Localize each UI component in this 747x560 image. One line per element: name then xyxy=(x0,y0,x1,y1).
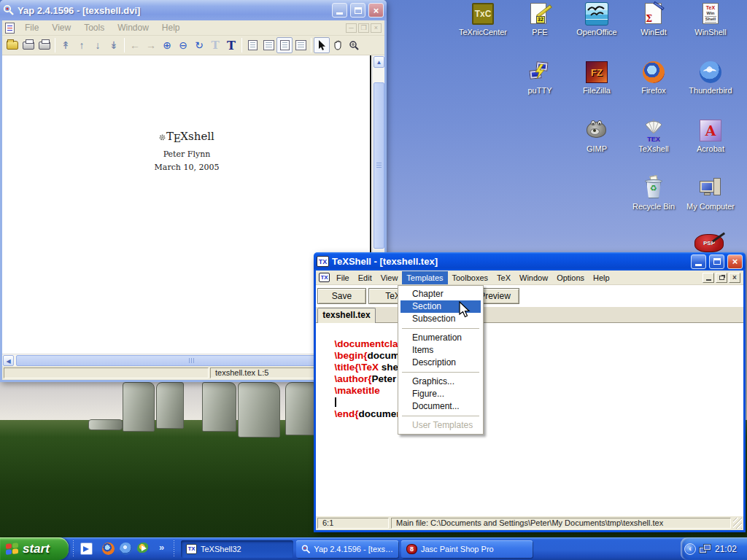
texshell-minimize-button[interactable] xyxy=(691,254,706,269)
print-icon[interactable] xyxy=(20,37,36,53)
mdi-minimize-button[interactable] xyxy=(703,273,714,283)
taskbar-separator xyxy=(174,540,174,557)
previous-page-icon[interactable]: ↑ xyxy=(74,37,90,53)
zoom-out-icon[interactable]: ⊖ xyxy=(175,37,191,53)
quicklaunch-overflow-chevron[interactable]: » xyxy=(159,542,164,553)
yap-minimize-button[interactable] xyxy=(332,3,347,18)
scroll-up-icon[interactable]: ▲ xyxy=(374,56,384,68)
refresh-icon[interactable]: ↻ xyxy=(191,37,207,53)
desktop-icon-filezilla[interactable]: FZ FileZilla xyxy=(569,60,624,95)
dvi-date-text: March 10, 2005 xyxy=(2,163,371,172)
menu-tex[interactable]: TeX xyxy=(492,271,515,284)
taskbar-task-yap[interactable]: Yap 2.4.1596 - [texs… xyxy=(296,540,398,558)
menu-item-chapter[interactable]: Chapter xyxy=(400,288,481,300)
hand-tool-icon[interactable] xyxy=(330,37,346,53)
paint-shop-pro-icon[interactable]: PSP xyxy=(694,234,724,252)
back-icon[interactable]: ← xyxy=(127,37,143,53)
yap-menu-file[interactable]: File xyxy=(19,21,44,34)
taskbar: start » TX TeXShell32 Yap 2.4.1596 - [te… xyxy=(0,537,747,560)
texshell-titlebar[interactable]: TX TeXShell - [texshell.tex] × xyxy=(314,252,746,271)
menu-options[interactable]: Options xyxy=(552,271,589,284)
menu-window[interactable]: Window xyxy=(515,271,552,284)
menu-file[interactable]: File xyxy=(332,271,354,284)
double-page-view-icon[interactable] xyxy=(260,37,276,53)
print-setup-icon[interactable] xyxy=(36,37,53,53)
firefox-quicklaunch-icon[interactable] xyxy=(102,542,115,555)
wallpaper-stone xyxy=(238,382,280,438)
continuous-view-icon[interactable] xyxy=(276,37,293,53)
texshell-close-button[interactable]: × xyxy=(727,254,743,269)
continuous-facing-view-icon[interactable] xyxy=(293,37,309,53)
mdi-restore-button[interactable] xyxy=(716,273,727,283)
single-page-view-icon[interactable] xyxy=(244,37,260,53)
desktop-icon-firefox[interactable]: Firefox xyxy=(626,60,681,95)
menu-item-document[interactable]: Document... xyxy=(400,400,481,413)
network-status-icon[interactable] xyxy=(699,543,712,555)
desktop-icon-openoffice[interactable]: OpenOffice xyxy=(569,1,624,36)
mdi-close-button[interactable]: × xyxy=(371,23,382,33)
thunderbird-quicklaunch-icon[interactable] xyxy=(120,542,132,555)
collapse-arrow-icon[interactable]: ‹ xyxy=(684,543,696,555)
yap-maximize-button[interactable] xyxy=(350,3,365,18)
resize-grip[interactable] xyxy=(733,518,742,529)
menu-item-description[interactable]: Description xyxy=(400,357,481,369)
mdi-restore-button[interactable]: ❒ xyxy=(358,23,369,33)
desktop-icon-my-computer[interactable]: My Computer xyxy=(683,176,738,211)
menu-templates[interactable]: Templates xyxy=(402,271,447,284)
forward-icon[interactable]: → xyxy=(143,37,159,53)
mdi-minimize-button[interactable]: ─ xyxy=(346,23,357,33)
next-page-icon[interactable]: ↓ xyxy=(90,37,106,53)
taskbar-task-paint-shop-pro[interactable]: 8 Jasc Paint Shop Pro xyxy=(401,540,533,558)
editor-tab-row: texshell.tex xyxy=(316,307,743,323)
status-panel-empty xyxy=(4,368,209,378)
menu-item-items[interactable]: Items xyxy=(400,344,481,357)
last-page-icon[interactable]: ↡ xyxy=(106,37,122,53)
menu-item-enumeration[interactable]: Enumeration xyxy=(400,332,481,344)
menu-item-user-templates[interactable]: User Templates xyxy=(400,419,481,432)
first-page-icon[interactable]: ↟ xyxy=(58,37,74,53)
menu-toolboxes[interactable]: Toolboxes xyxy=(448,271,493,284)
yap-menu-view[interactable]: View xyxy=(46,21,77,34)
desktop-icon-label: Thunderbird xyxy=(683,86,738,95)
mdi-close-button[interactable]: × xyxy=(729,273,740,283)
open-document-icon[interactable] xyxy=(4,37,20,53)
ruler-text-tool-icon[interactable]: T xyxy=(207,37,223,53)
yap-titlebar[interactable]: Yap 2.4.1596 - [texshell.dvi] × xyxy=(0,0,387,20)
outlook-express-icon[interactable] xyxy=(80,542,93,555)
menu-help[interactable]: Help xyxy=(589,271,614,284)
magnifier-tool-icon[interactable] xyxy=(346,37,362,53)
code-line: \documentclass{article} xyxy=(318,327,743,338)
yap-menu-tools[interactable]: Tools xyxy=(78,21,110,34)
save-button[interactable]: Save xyxy=(317,288,366,304)
desktop-icon-texshell[interactable]: TEX TeXshell xyxy=(626,118,681,153)
desktop-icon-winshell[interactable]: TeX Win Shell WinShell xyxy=(683,1,738,36)
vertical-scroll-thumb[interactable] xyxy=(374,82,384,249)
desktop-icon-gimp[interactable]: GIMP xyxy=(569,118,624,153)
editor-area[interactable]: \documentclass{article} \begin{document}… xyxy=(316,323,743,516)
yap-close-button[interactable]: × xyxy=(368,3,384,18)
yap-menu-window[interactable]: Window xyxy=(112,21,155,34)
media-player-quicklaunch-icon[interactable] xyxy=(137,542,150,555)
select-tool-icon[interactable] xyxy=(314,37,330,53)
zoom-in-icon[interactable]: ⊕ xyxy=(159,37,175,53)
desktop-icon-texniccenter[interactable]: TxC TeXnicCenter xyxy=(455,1,511,36)
taskbar-task-texshell32[interactable]: TX TeXShell32 xyxy=(181,540,293,558)
text-tool-icon[interactable]: T xyxy=(223,37,239,53)
texshell-menubar: TX File Edit View Templates Toolboxes Te… xyxy=(316,271,743,285)
menu-item-graphics[interactable]: Graphics... xyxy=(400,376,481,388)
yap-menu-help[interactable]: Help xyxy=(156,21,186,34)
desktop-icon-pfe[interactable]: 32 PFE xyxy=(512,1,568,36)
menu-item-figure[interactable]: Figure... xyxy=(400,388,481,400)
scroll-left-icon[interactable]: ◀ xyxy=(3,355,14,366)
desktop-icon-putty[interactable]: puTTY xyxy=(512,60,568,95)
menu-edit[interactable]: Edit xyxy=(354,271,376,284)
texshell-maximize-button[interactable] xyxy=(709,254,724,269)
start-button[interactable]: start xyxy=(0,537,69,560)
menu-view[interactable]: View xyxy=(376,271,403,284)
desktop-icon-winedt[interactable]: Σ WinEdt xyxy=(626,1,681,36)
desktop-icon-acrobat[interactable]: A Acrobat xyxy=(683,118,738,153)
desktop-icon-thunderbird[interactable]: Thunderbird xyxy=(683,60,738,95)
desktop-icon-recycle-bin[interactable]: ♻ Recycle Bin xyxy=(626,176,681,211)
tab-texshell-tex[interactable]: texshell.tex xyxy=(317,308,376,323)
texshell-toolbar: Save TeX Preview xyxy=(316,285,743,307)
